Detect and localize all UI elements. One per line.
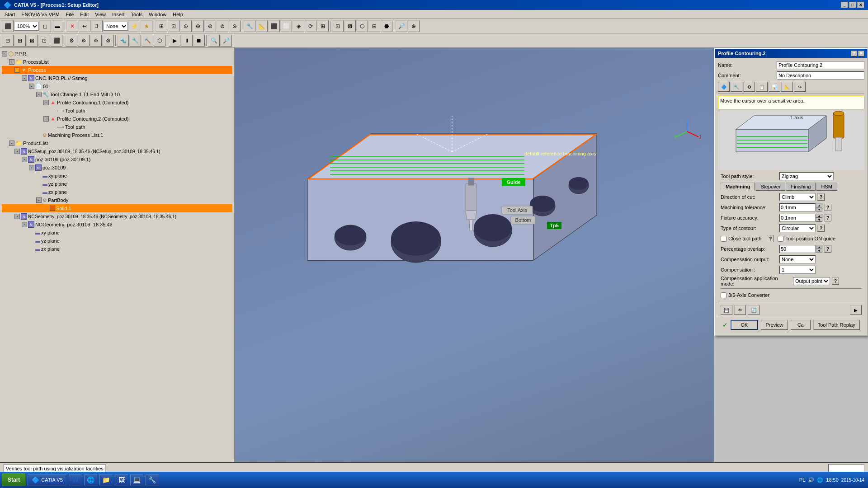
toolbar-btn-1[interactable]: ⬛ — [2, 20, 14, 32]
direction-select[interactable]: Climb — [779, 193, 816, 201]
tree-item-toolpath2[interactable]: ⟶ Tool path — [2, 123, 232, 131]
toolbar-btn-10[interactable]: ⊙ — [180, 20, 192, 32]
tree-item-ncgeometry[interactable]: - N NCGeometry_poz.30109_18.35.46 — [2, 221, 232, 229]
tree-item-zxplane1[interactable]: ▬ zx plane — [2, 188, 232, 196]
tb2-btn-7[interactable]: ⚙ — [78, 35, 90, 47]
contour-type-help[interactable]: ? — [817, 225, 825, 232]
expand-poz30109[interactable]: - — [22, 157, 27, 162]
taskbar-app6[interactable]: 💻 — [130, 474, 144, 486]
comp-app-help[interactable]: ? — [832, 277, 839, 285]
start-button[interactable]: Start — [2, 474, 26, 486]
taskbar-app7[interactable]: 🔧 — [146, 474, 159, 486]
dialog-tool-7[interactable]: ↪ — [794, 82, 806, 92]
name-input[interactable] — [777, 61, 864, 69]
tree-item-productlist[interactable]: - 📁 ProductList — [2, 139, 232, 147]
toolbar-btn-17[interactable]: ⬛ — [268, 20, 280, 32]
dialog-sub-btn-3[interactable]: 🔄 — [748, 305, 760, 315]
expand-ppr[interactable]: - — [2, 51, 7, 56]
comment-input[interactable] — [777, 71, 864, 80]
fixture-down[interactable]: ▼ — [816, 218, 822, 222]
axis-converter-checkbox[interactable] — [721, 292, 726, 298]
dialog-sub-btn-2[interactable]: 👁 — [734, 305, 746, 315]
overlap-input[interactable] — [779, 245, 816, 253]
tb2-btn-11[interactable]: 🔧 — [129, 35, 141, 47]
tab-hsm[interactable]: HSM — [816, 183, 837, 191]
tb2-btn-10[interactable]: 🔩 — [117, 35, 129, 47]
cancel-button[interactable]: Ca — [791, 320, 810, 330]
tree-item-profile2[interactable]: - 🔺 Profile Contouring.2 (Computed) — [2, 115, 232, 123]
dialog-tool-2[interactable]: 🔧 — [731, 82, 742, 92]
tree-item-poz30109b[interactable]: - N poz.30109 — [2, 164, 232, 172]
toolbar-btn-16[interactable]: 📐 — [256, 20, 268, 32]
tb2-btn-5[interactable]: ⬛ — [51, 35, 62, 47]
toolbar-btn-19[interactable]: ◈ — [292, 20, 304, 32]
expand-01[interactable]: - — [29, 84, 34, 89]
expand-processlist[interactable]: - — [9, 59, 14, 65]
menu-help[interactable]: Help — [170, 11, 186, 18]
preview-button[interactable]: Preview — [761, 320, 788, 330]
fixture-up[interactable]: ▲ — [816, 214, 822, 218]
comp-output-select[interactable]: None — [779, 255, 816, 263]
toolbar-btn-6[interactable]: ⚡ — [128, 20, 140, 32]
toolbar-btn-9[interactable]: ⊡ — [168, 20, 179, 32]
toolbar-btn-13[interactable]: ⊚ — [217, 20, 228, 32]
tool-pos-label[interactable]: Tool position ON guide — [778, 236, 835, 242]
toolbar-btn-25[interactable]: ⊟ — [368, 20, 380, 32]
expand-poz30109b[interactable]: - — [29, 165, 34, 170]
tb2-btn-6[interactable]: ⚙ — [66, 35, 77, 47]
tool-pos-checkbox[interactable] — [778, 236, 783, 242]
dialog-sub-btn-4[interactable]: ▶ — [850, 305, 862, 315]
tree-item-xyplane2[interactable]: ▬ xy plane — [2, 229, 232, 237]
dialog-tool-6[interactable]: 📐 — [781, 82, 793, 92]
tree-item-cncinfo[interactable]: - N CNC.INFO.PL // Ssmog — [2, 74, 232, 82]
toolbar-btn-18[interactable]: ⬜ — [280, 20, 292, 32]
tree-item-yzplane2[interactable]: ▬ yz plane — [2, 237, 232, 245]
tb2-btn-16[interactable]: ⏹ — [193, 35, 205, 47]
tab-stepover[interactable]: Stepover — [755, 183, 785, 191]
tree-item-machining[interactable]: ⚙ Machining Process List.1 — [2, 131, 232, 139]
taskbar-chrome[interactable]: 🌐 — [84, 474, 98, 486]
toolbar-btn-11[interactable]: ⊛ — [192, 20, 204, 32]
menu-edit[interactable]: Edit — [77, 11, 91, 18]
expand-cncinfo[interactable]: - — [22, 75, 27, 81]
tb2-btn-4[interactable]: ⊡ — [38, 35, 50, 47]
replay-button[interactable]: Tool Path Replay — [813, 320, 860, 330]
overlap-up[interactable]: ▲ — [816, 245, 822, 249]
toolbar-btn-14[interactable]: ⊝ — [229, 20, 241, 32]
close-tp-help[interactable]: ? — [767, 235, 774, 242]
toolbar-btn-23[interactable]: ⊠ — [344, 20, 356, 32]
toolbar-btn-7[interactable]: ★ — [141, 20, 152, 32]
overlap-help[interactable]: ? — [824, 245, 831, 253]
fixture-input[interactable] — [779, 214, 816, 222]
dialog-tool-4[interactable]: 📋 — [756, 82, 768, 92]
tree-item-toolpath1[interactable]: ⟶ Tool path — [2, 107, 232, 115]
taskbar-catia[interactable]: 🔷 CATIA V5 — [28, 474, 66, 486]
toolbar-btn-22[interactable]: ⊡ — [332, 20, 344, 32]
toolbar-btn-21[interactable]: ⊞ — [317, 20, 329, 32]
close-toolpath-checkbox[interactable] — [721, 236, 726, 242]
direction-help[interactable]: ? — [817, 193, 825, 201]
toolbar-btn-x[interactable]: ✕ — [66, 20, 78, 32]
tree-item-zxplane2[interactable]: ▬ zx plane — [2, 245, 232, 253]
tree-item-processlist[interactable]: - 📁 ProcessList — [2, 58, 232, 66]
axis-converter-label[interactable]: 3/5-Axis Converter — [721, 292, 769, 298]
tb2-btn-1[interactable]: ⊟ — [2, 35, 14, 47]
dialog-close-btn[interactable]: ✕ — [858, 51, 864, 56]
menu-file[interactable]: File — [63, 11, 77, 18]
tb2-btn-15[interactable]: ⏸ — [181, 35, 193, 47]
menu-tools[interactable]: Tools — [128, 11, 145, 18]
dialog-help-btn[interactable]: ? — [851, 51, 857, 56]
dialog-tool-1[interactable]: 🔷 — [718, 82, 730, 92]
fixture-help[interactable]: ? — [824, 214, 831, 221]
tree-item-xyplane1[interactable]: ▬ xy plane — [2, 172, 232, 180]
ok-button[interactable]: OK — [731, 320, 758, 330]
tree-item-partbody[interactable]: - ⚙ PartBody — [2, 196, 232, 204]
dialog-sub-btn-1[interactable]: 💾 — [721, 305, 732, 315]
close-button[interactable]: ✕ — [857, 2, 864, 8]
tb2-btn-9[interactable]: ⚙ — [102, 35, 114, 47]
tree-item-profile1[interactable]: - 🔺 Profile Contouring.1 (Computed) — [2, 99, 232, 107]
contour-type-select[interactable]: Circular Linear — [779, 224, 816, 232]
viewport[interactable]: Guide Tool Axis Bottom Tp5 default refer… — [235, 48, 714, 462]
toolbar-btn-15[interactable]: 🔧 — [244, 20, 255, 32]
expand-productlist[interactable]: - — [9, 141, 14, 146]
